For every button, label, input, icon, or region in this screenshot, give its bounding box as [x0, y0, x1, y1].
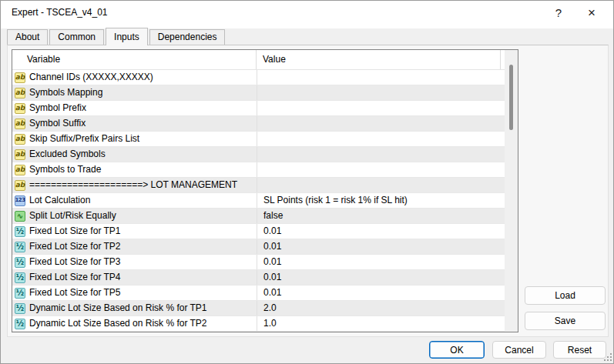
scrollbar-thumb[interactable] — [509, 65, 513, 130]
ok-button[interactable]: OK — [429, 341, 485, 359]
bool-type-icon: ∿ — [15, 211, 25, 222]
window-title: Expert - TSCEA_v4_01 — [12, 1, 108, 25]
tab-about[interactable]: About — [7, 29, 48, 45]
variable-cell: Symbols to Trade — [29, 162, 257, 177]
resize-grip[interactable] — [603, 353, 612, 362]
expert-properties-dialog: Expert - TSCEA_v4_01 ? × About Common In… — [0, 0, 614, 364]
variable-cell: Fixed Lot Size for TP2 — [29, 239, 257, 254]
column-header-value[interactable]: Value — [257, 50, 501, 69]
tab-inputs[interactable]: Inputs — [106, 28, 148, 45]
double-type-icon: ½ — [15, 272, 25, 283]
value-cell[interactable] — [257, 147, 505, 162]
variable-cell: =====================> LOT MANAGEMENT — [29, 178, 257, 192]
table-row[interactable]: ½Dynamic Lot Size Based on Risk % for TP… — [12, 301, 505, 316]
table-row[interactable]: ½Fixed Lot Size for TP20.01 — [12, 239, 505, 255]
reset-button[interactable]: Reset — [553, 341, 606, 359]
double-type-icon: ½ — [15, 257, 25, 268]
table-row[interactable]: abSymbol Prefix — [12, 101, 505, 116]
value-cell[interactable] — [257, 162, 505, 177]
variable-cell: Fixed Lot Size for TP3 — [29, 255, 257, 269]
value-cell[interactable]: 0.01 — [257, 224, 505, 239]
table-row[interactable]: ½Fixed Lot Size for TP40.01 — [12, 270, 505, 286]
value-cell[interactable]: SL Points (risk 1 = risk 1% if SL hit) — [257, 193, 505, 208]
tab-dependencies[interactable]: Dependencies — [149, 29, 226, 45]
string-type-icon: ab — [15, 103, 25, 114]
table-row[interactable]: abSymbols to Trade — [12, 162, 505, 178]
value-cell[interactable]: false — [257, 209, 505, 223]
grid-header: Variable Value — [12, 50, 505, 70]
table-row[interactable]: ab=====================> LOT MANAGEMENT — [12, 178, 505, 193]
value-cell[interactable] — [257, 178, 505, 192]
table-row[interactable]: ∿Split Lot/Risk Equallyfalse — [12, 209, 505, 224]
string-type-icon: ab — [15, 119, 25, 129]
value-cell[interactable] — [257, 132, 505, 146]
string-type-icon: ab — [15, 180, 25, 191]
tab-strip: About Common Inputs Dependencies — [7, 28, 226, 45]
variable-cell: Skip Suffix/Prefix Pairs List — [29, 132, 257, 146]
grid-rows: abChannel IDs (XXXXX,XXXXX)abSymbols Map… — [12, 70, 505, 332]
value-cell[interactable] — [257, 116, 505, 131]
value-cell[interactable]: 2.0 — [257, 301, 505, 316]
column-header-variable[interactable]: Variable — [12, 50, 257, 69]
string-type-icon: ab — [15, 134, 25, 145]
string-type-icon: ab — [15, 88, 25, 99]
table-row[interactable]: abChannel IDs (XXXXX,XXXXX) — [12, 70, 505, 85]
value-cell[interactable] — [257, 70, 505, 85]
string-type-icon: ab — [15, 149, 25, 160]
table-row[interactable]: ½Fixed Lot Size for TP10.01 — [12, 224, 505, 239]
cancel-button[interactable]: Cancel — [492, 341, 546, 359]
variable-cell: Symbols Mapping — [29, 85, 257, 100]
save-button[interactable]: Save — [525, 312, 606, 330]
variable-cell: Fixed Lot Size for TP5 — [29, 286, 257, 300]
value-cell[interactable] — [257, 85, 505, 100]
table-row[interactable]: ½Fixed Lot Size for TP50.01 — [12, 286, 505, 301]
table-row[interactable]: abSymbol Suffix — [12, 116, 505, 132]
tab-common[interactable]: Common — [49, 29, 104, 45]
double-type-icon: ½ — [15, 226, 25, 237]
variable-cell: Split Lot/Risk Equally — [29, 209, 257, 223]
variable-cell: Fixed Lot Size for TP1 — [29, 224, 257, 239]
variable-cell: Symbol Prefix — [29, 101, 257, 115]
double-type-icon: ½ — [15, 288, 25, 299]
vertical-scrollbar[interactable] — [505, 50, 518, 332]
value-cell[interactable]: 0.01 — [257, 239, 505, 254]
parameters-grid: Variable Value abChannel IDs (XXXXX,XXXX… — [12, 49, 518, 332]
int-type-icon: 123 — [15, 195, 25, 206]
string-type-icon: ab — [15, 165, 25, 175]
value-cell[interactable]: 0.01 — [257, 286, 505, 300]
variable-cell: Dynamic Lot Size Based on Risk % for TP1 — [29, 301, 257, 316]
table-row[interactable]: 123Lot CalculationSL Points (risk 1 = ri… — [12, 193, 505, 209]
variable-cell: Channel IDs (XXXXX,XXXXX) — [29, 70, 257, 85]
variable-cell: Symbol Suffix — [29, 116, 257, 131]
table-row[interactable]: ½Dynamic Lot Size Based on Risk % for TP… — [12, 316, 505, 332]
double-type-icon: ½ — [15, 242, 25, 252]
double-type-icon: ½ — [15, 303, 25, 314]
load-button[interactable]: Load — [525, 286, 606, 305]
close-button[interactable]: × — [579, 1, 604, 25]
variable-cell: Dynamic Lot Size Based on Risk % for TP2 — [29, 316, 257, 331]
help-button[interactable]: ? — [546, 1, 571, 25]
string-type-icon: ab — [15, 72, 25, 83]
table-row[interactable]: abExcluded Symbols — [12, 147, 505, 162]
table-row[interactable]: abSymbols Mapping — [12, 85, 505, 101]
titlebar: Expert - TSCEA_v4_01 ? × — [1, 1, 613, 28]
value-cell[interactable]: 0.01 — [257, 255, 505, 269]
double-type-icon: ½ — [15, 319, 25, 329]
variable-cell: Fixed Lot Size for TP4 — [29, 270, 257, 285]
variable-cell: Lot Calculation — [29, 193, 257, 208]
value-cell[interactable]: 1.0 — [257, 316, 505, 331]
value-cell[interactable]: 0.01 — [257, 270, 505, 285]
table-row[interactable]: abSkip Suffix/Prefix Pairs List — [12, 132, 505, 147]
table-row[interactable]: ½Fixed Lot Size for TP30.01 — [12, 255, 505, 270]
value-cell[interactable] — [257, 101, 505, 115]
variable-cell: Excluded Symbols — [29, 147, 257, 162]
